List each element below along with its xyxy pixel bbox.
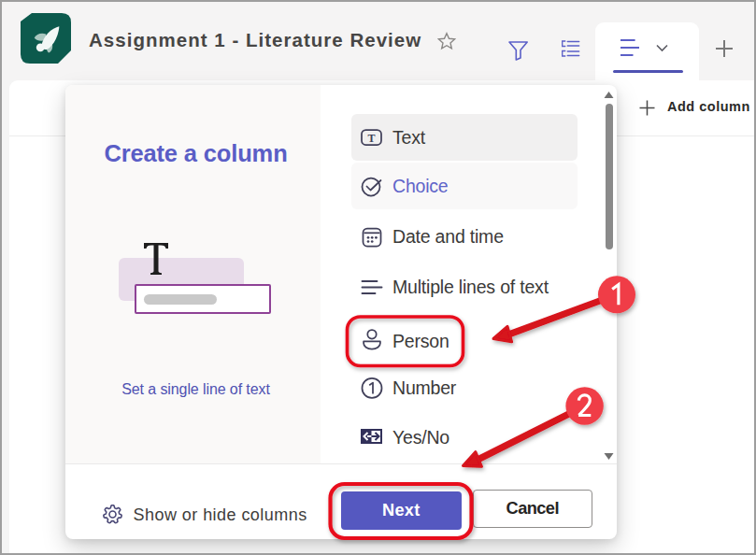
svg-text:T: T — [367, 131, 375, 144]
